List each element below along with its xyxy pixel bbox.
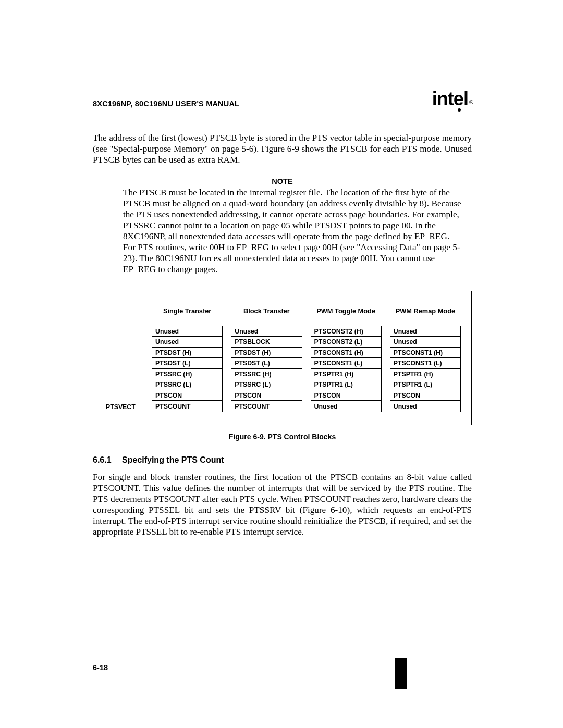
figure-col-pwm-remap: PWM Remap Mode Unused Unused PTSCONST1 (… xyxy=(390,303,461,412)
figure-col-single-transfer: Single Transfer Unused Unused PTSDST (H)… xyxy=(152,303,223,412)
figure-cell: PTSPTR1 (H) xyxy=(390,369,460,380)
figure-cell: PTSCONST2 (L) xyxy=(311,337,381,348)
figure-cell: Unused xyxy=(311,401,381,412)
figure-row-label-column: PTSVECT xyxy=(106,304,152,412)
figure-cell: PTSCONST1 (H) xyxy=(390,348,460,359)
figure-cell: PTSCONST1 (H) xyxy=(311,348,381,359)
figure-cell: Unused xyxy=(152,337,222,348)
subsection-number: 6.6.1 xyxy=(93,455,122,465)
figure-col-pwm-toggle: PWM Toggle Mode PTSCONST2 (H) PTSCONST2 … xyxy=(311,303,382,412)
subsection-heading: 6.6.1Specifying the PTS Count xyxy=(93,455,472,465)
figure-cell: PTSCON xyxy=(390,390,460,401)
figure-cell: PTSPTR1 (H) xyxy=(311,369,381,380)
figure-cell: PTSSRC (L) xyxy=(152,379,222,390)
ptsvect-label: PTSVECT xyxy=(106,401,152,412)
figure-cell: PTSPTR1 (L) xyxy=(390,379,460,390)
figure-col-header: Single Transfer xyxy=(152,303,223,320)
figure-cell: Unused xyxy=(390,401,460,412)
page-content: 8XC196NP, 80C196NU USER'S MANUAL intel® … xyxy=(0,0,563,538)
figure-cell: Unused xyxy=(390,326,460,337)
figure-cell: PTSDST (L) xyxy=(152,358,222,369)
figure-cell: PTSPTR1 (L) xyxy=(311,379,381,390)
figure-col-header: Block Transfer xyxy=(231,303,302,320)
figure-6-9: PTSVECT Single Transfer Unused Unused PT… xyxy=(93,291,472,425)
page-header: 8XC196NP, 80C196NU USER'S MANUAL intel® xyxy=(93,86,472,108)
figure-cell: PTSDST (H) xyxy=(231,348,301,359)
figure-cell: PTSCON xyxy=(231,390,301,401)
figure-caption: Figure 6-9. PTS Control Blocks xyxy=(93,433,472,441)
manual-title: 8XC196NP, 80C196NU USER'S MANUAL xyxy=(93,100,239,108)
figure-cell: Unused xyxy=(390,337,460,348)
subsection-paragraph: For single and block transfer routines, … xyxy=(93,472,472,538)
logo-text-l: l xyxy=(463,88,468,110)
figure-cell: PTSCOUNT xyxy=(152,401,222,412)
figure-cell: PTSCON xyxy=(311,390,381,401)
figure-cell: Unused xyxy=(152,326,222,337)
intro-paragraph: The address of the first (lowest) PTSCB … xyxy=(93,133,472,166)
logo-text-int: int xyxy=(432,88,454,110)
edge-mark-icon xyxy=(395,658,407,689)
figure-cell: PTSBLOCK xyxy=(231,337,301,348)
note-body: The PTSCB must be located in the interna… xyxy=(123,188,462,275)
figure-cell: PTSDST (H) xyxy=(152,348,222,359)
figure-cell: PTSSRC (H) xyxy=(231,369,301,380)
figure-columns: Single Transfer Unused Unused PTSDST (H)… xyxy=(152,303,461,412)
figure-cell: PTSCONST2 (H) xyxy=(311,326,381,337)
figure-cell: Unused xyxy=(231,326,301,337)
logo-dot-icon xyxy=(458,108,461,112)
logo-registered-icon: ® xyxy=(469,99,473,105)
figure-cell: PTSCOUNT xyxy=(231,401,301,412)
figure-cell: PTSCONST1 (L) xyxy=(311,358,381,369)
figure-cell: PTSCON xyxy=(152,390,222,401)
page-number: 6-18 xyxy=(93,663,108,672)
figure-cell: PTSCONST1 (L) xyxy=(390,358,460,369)
figure-col-block-transfer: Block Transfer Unused PTSBLOCK PTSDST (H… xyxy=(231,303,302,412)
figure-col-header: PWM Toggle Mode xyxy=(311,303,382,320)
figure-cell: PTSSRC (L) xyxy=(231,379,301,390)
figure-cell: PTSDST (L) xyxy=(231,358,301,369)
note-heading: NOTE xyxy=(93,177,472,186)
intel-logo: intel® xyxy=(432,88,472,110)
logo-text-e: e xyxy=(454,88,463,110)
figure-cell: PTSSRC (H) xyxy=(152,369,222,380)
figure-col-header: PWM Remap Mode xyxy=(390,303,461,320)
subsection-title: Specifying the PTS Count xyxy=(122,455,224,464)
